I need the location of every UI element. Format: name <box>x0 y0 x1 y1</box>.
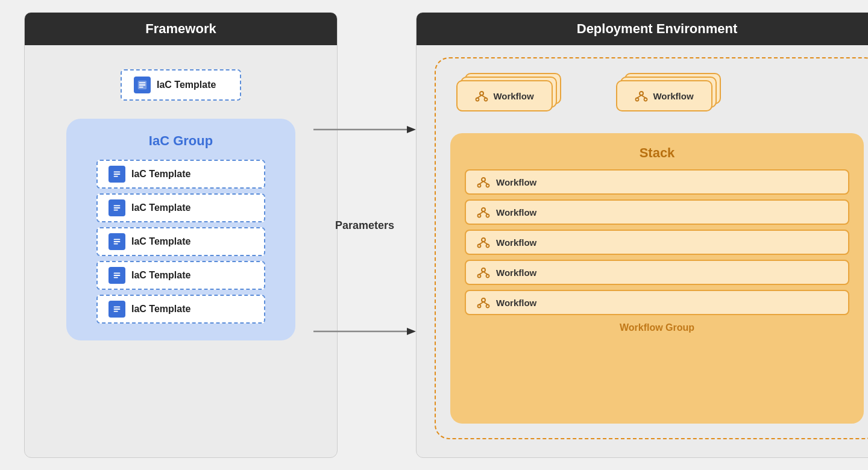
svg-rect-16 <box>114 307 121 308</box>
svg-rect-12 <box>114 243 118 245</box>
svg-point-51 <box>482 298 485 302</box>
svg-point-33 <box>486 184 489 187</box>
svg-rect-2 <box>139 84 146 86</box>
iac-group: IaC Group IaC Template IaC T <box>66 119 295 340</box>
framework-title: Framework <box>145 21 216 36</box>
list-item: Workflow <box>465 230 849 255</box>
deployment-header: Deployment Environment <box>417 13 868 45</box>
list-item: IaC Template <box>96 160 265 189</box>
svg-rect-11 <box>114 241 121 242</box>
workflow-label: Workflow <box>496 207 536 218</box>
svg-point-36 <box>482 208 485 212</box>
list-item: Workflow <box>465 260 849 285</box>
single-iac-template: IaC Template <box>121 69 241 101</box>
workflow-icon <box>477 266 490 279</box>
svg-line-25 <box>482 95 486 98</box>
deployment-title: Deployment Environment <box>577 21 737 36</box>
svg-point-41 <box>482 238 485 242</box>
list-item: IaC Template <box>96 261 265 290</box>
iac-template-label: IaC Template <box>131 304 190 315</box>
iac-template-label: IaC Template <box>131 236 190 247</box>
workflow-label: Workflow <box>653 91 693 101</box>
arrows-svg: Parameters <box>313 12 416 458</box>
list-item: IaC Template <box>96 227 265 256</box>
svg-line-29 <box>637 95 641 98</box>
svg-point-37 <box>478 215 481 218</box>
svg-line-54 <box>479 302 483 305</box>
svg-point-48 <box>486 275 489 278</box>
workflow-icon <box>477 236 490 249</box>
svg-line-34 <box>479 181 483 184</box>
iac-group-items: IaC Template IaC Template <box>84 160 277 324</box>
svg-rect-15 <box>114 277 118 278</box>
deployment-panel: Deployment Environment <box>416 12 868 458</box>
parameters-label: Parameters <box>335 219 394 231</box>
svg-point-32 <box>478 184 481 187</box>
svg-line-50 <box>483 272 488 275</box>
iac-template-icon <box>108 199 125 216</box>
workflow-stack-front-1: Workflow <box>456 80 553 111</box>
single-iac-template-label: IaC Template <box>157 80 216 90</box>
list-item: Workflow <box>465 199 849 225</box>
svg-line-30 <box>641 95 646 98</box>
svg-line-39 <box>479 212 483 215</box>
stack-title: Stack <box>640 145 675 161</box>
iac-template-label: IaC Template <box>131 270 190 281</box>
svg-line-49 <box>479 272 483 275</box>
svg-rect-8 <box>114 207 121 208</box>
svg-point-53 <box>486 305 489 308</box>
svg-rect-14 <box>114 275 121 276</box>
svg-line-55 <box>483 302 488 305</box>
top-workflows-row: Workflow <box>450 73 864 121</box>
svg-point-23 <box>485 98 488 101</box>
workflow-label: Workflow <box>496 237 536 248</box>
list-item: Workflow <box>465 290 849 315</box>
stacked-workflow-group-1: Workflow <box>456 73 562 121</box>
workflow-label: Workflow <box>496 268 536 278</box>
svg-point-46 <box>482 268 485 272</box>
svg-rect-7 <box>114 205 121 207</box>
svg-rect-17 <box>114 309 121 310</box>
list-item: Workflow <box>465 169 849 195</box>
workflow-label: Workflow <box>496 298 536 308</box>
workflow-icon <box>475 89 488 102</box>
svg-rect-6 <box>114 176 118 177</box>
framework-header: Framework <box>25 13 337 45</box>
svg-rect-18 <box>114 311 118 312</box>
center-arrows: Parameters <box>313 12 416 458</box>
workflow-group-label: Workflow Group <box>620 322 694 333</box>
iac-template-label: IaC Template <box>131 169 190 180</box>
dashed-outer-container: Workflow <box>435 57 868 439</box>
iac-template-icon <box>108 301 125 318</box>
svg-point-26 <box>640 92 643 95</box>
framework-content: IaC Template IaC Group IaC Template <box>25 45 337 457</box>
svg-line-45 <box>483 242 488 245</box>
svg-point-43 <box>486 245 489 248</box>
svg-line-24 <box>477 95 482 98</box>
workflow-icon <box>477 296 490 309</box>
workflow-icon <box>635 89 648 102</box>
list-item: IaC Template <box>96 295 265 324</box>
svg-point-47 <box>478 275 481 278</box>
stack-workflows: Workflow <box>465 169 849 315</box>
iac-template-label: IaC Template <box>131 202 190 213</box>
workflow-icon <box>477 175 490 189</box>
svg-point-38 <box>486 215 489 218</box>
deployment-content: Workflow <box>417 45 868 457</box>
svg-point-28 <box>644 98 647 101</box>
stack-container: Stack <box>450 133 864 424</box>
arrow-head-bottom <box>407 328 416 335</box>
svg-point-31 <box>482 178 485 181</box>
iac-template-icon <box>108 267 125 284</box>
svg-point-22 <box>476 98 479 101</box>
workflow-label: Workflow <box>496 177 536 187</box>
svg-rect-3 <box>139 87 143 88</box>
stacked-workflow-group-2: Workflow <box>616 73 722 121</box>
framework-panel: Framework IaC Template <box>24 12 313 458</box>
svg-rect-10 <box>114 239 121 240</box>
workflow-label: Workflow <box>493 91 533 101</box>
svg-rect-9 <box>114 210 118 211</box>
iac-template-icon <box>134 77 151 93</box>
svg-point-42 <box>478 245 481 248</box>
iac-group-title: IaC Group <box>149 133 213 149</box>
